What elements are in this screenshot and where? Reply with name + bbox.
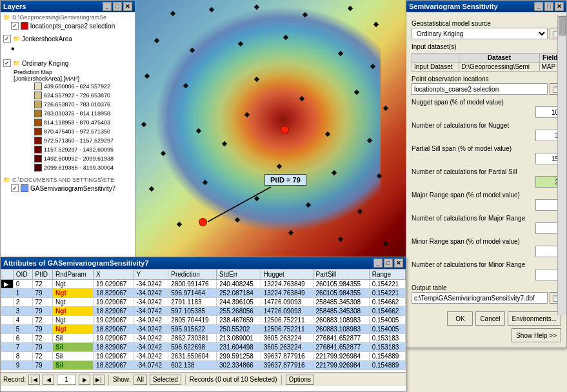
point-obs-input[interactable] xyxy=(412,83,548,95)
legend-3: 726.653870 - 783.010376 xyxy=(34,100,132,109)
table-cell: 3605.263224 xyxy=(261,334,313,343)
attr-col-oid[interactable]: OID xyxy=(13,270,32,280)
sv-maximize-button[interactable]: □ xyxy=(544,2,553,11)
nav-first-button[interactable]: |◀ xyxy=(28,375,40,385)
table-cell: 0.154005 xyxy=(369,316,405,325)
nav-last-button[interactable]: ▶| xyxy=(93,375,104,385)
row-indicator xyxy=(1,325,14,334)
attr-col-ptid[interactable]: PtID xyxy=(32,270,53,280)
legend-color-8 xyxy=(34,146,42,153)
layer-folder-1[interactable]: 📁 D:\Geoprocessing\SemivariogramSe xyxy=(3,14,132,21)
row-indicator xyxy=(1,343,14,352)
sv-minimize-button[interactable]: _ xyxy=(534,2,543,11)
point-obs-label: Point observation locations xyxy=(412,75,561,83)
attr-window-buttons: _ □ ✕ xyxy=(373,259,403,268)
layers-minimize-button[interactable]: _ xyxy=(103,2,112,11)
table-row[interactable]: 979Sil18.829067-34.0742602.138302.334866… xyxy=(1,361,406,370)
table-row[interactable]: 579Ngt18.829067-34.0242595.915622250.552… xyxy=(1,325,406,334)
sv-scrollbar-thumb[interactable] xyxy=(559,16,566,35)
table-cell: 3605.263224 xyxy=(261,343,313,352)
table-row[interactable]: 672Sil19.029067-34.02422862.730381213.08… xyxy=(1,334,406,343)
table-cell: 0.154221 xyxy=(369,289,405,298)
table-row[interactable]: 472Ngt19.029067-34.02422805.704419238.46… xyxy=(1,316,406,325)
legend-color-2 xyxy=(34,92,42,99)
layer-gasemivariogram[interactable]: GASemivariogramSensitivity7 xyxy=(11,184,132,193)
table-cell: 276841.652877 xyxy=(313,343,369,352)
table-cell: Sil xyxy=(53,352,94,361)
layer-checkbox-4[interactable] xyxy=(11,184,19,192)
legend-label-4: 783.010376 - 814.118958 xyxy=(44,110,110,117)
layers-close-button[interactable]: ✕ xyxy=(123,2,132,11)
nav-prev-button[interactable]: ◀ xyxy=(43,375,54,385)
table-cell: 19.029067 xyxy=(94,298,134,307)
layer-checkbox-2[interactable] xyxy=(3,35,11,43)
nav-next-button[interactable]: ▶ xyxy=(79,375,90,385)
input-row-1: Input Dataset D:\Geoprocessing\Semi MAP xyxy=(412,63,561,72)
table-row[interactable]: 779Sil18.829067-34.0242596.622698231.604… xyxy=(1,343,406,352)
layers-maximize-button[interactable]: □ xyxy=(113,2,122,11)
legend-label-7: 972.571350 - 1157.529297 xyxy=(44,137,114,144)
show-selected-button[interactable]: Selected xyxy=(150,375,181,385)
ok-button[interactable]: OK xyxy=(447,311,473,326)
attr-maximize-button[interactable]: □ xyxy=(384,259,393,268)
table-cell: 0.153183 xyxy=(369,343,405,352)
environments-button[interactable]: Environments... xyxy=(508,311,561,326)
attr-col-prediction[interactable]: Prediction xyxy=(168,270,217,280)
cancel-button[interactable]: Cancel xyxy=(475,311,504,326)
row-indicator xyxy=(1,289,14,298)
attr-minimize-button[interactable]: _ xyxy=(373,259,383,268)
legend-5: 814.118958 - 870.475403 xyxy=(34,118,132,127)
table-cell: 18.829067 xyxy=(94,343,134,352)
table-cell: 79 xyxy=(32,343,53,352)
layers-titlebar: Layers _ □ ✕ xyxy=(1,1,135,12)
attr-col-y[interactable]: Y xyxy=(134,270,168,280)
layer-checkbox-1[interactable] xyxy=(11,22,19,30)
attr-col-rndparam[interactable]: RndParam xyxy=(53,270,94,280)
table-cell: 596.971464 xyxy=(168,289,217,298)
table-cell: 4 xyxy=(13,316,32,325)
nugget-span-row xyxy=(412,106,561,118)
legend-label-8: 1157.529297 - 1492.60095 xyxy=(44,146,114,153)
layer-docs[interactable]: 📁 C:\DOCUMENTS AND SETTINGS\STE xyxy=(3,176,132,184)
table-cell: 5 xyxy=(13,325,32,334)
legend-6: 870.475403 - 972.571350 xyxy=(34,127,132,136)
table-row[interactable]: 272Ngt19.029067-34.02422791.1183244.3961… xyxy=(1,298,406,307)
attr-col-x[interactable]: X xyxy=(94,270,134,280)
table-row[interactable]: 179Ngt18.829067-34.0242596.971464252.087… xyxy=(1,289,406,298)
table-cell: 213.089001 xyxy=(217,334,261,343)
attr-col-partsill[interactable]: PartSill xyxy=(313,270,369,280)
legend-color-1 xyxy=(34,83,42,90)
table-row[interactable]: ▶072Ngt19.029067-34.02422800.991476240.4… xyxy=(1,280,406,289)
table-cell: 221799.926984 xyxy=(313,361,369,370)
geostat-model-select[interactable]: Ordinary Kriging xyxy=(412,28,548,39)
sv-scrollbar[interactable] xyxy=(557,15,566,315)
table-row[interactable]: 872Sil19.029067-34.02422631.650604299.59… xyxy=(1,352,406,361)
table-cell: 12506.752211 xyxy=(261,325,313,334)
record-input[interactable] xyxy=(57,375,76,385)
table-cell: 596.622698 xyxy=(168,343,217,352)
layer-checkbox-3[interactable] xyxy=(3,59,11,67)
table-cell: 299.591258 xyxy=(217,352,261,361)
legend-label-10: 2099.619385 - 3199.30004 xyxy=(44,164,114,171)
sv-close-button[interactable]: ✕ xyxy=(555,2,564,11)
options-button[interactable]: Options xyxy=(286,375,314,385)
major-range-calc-row xyxy=(412,222,561,234)
legend-7: 972.571350 - 1157.529297 xyxy=(34,136,132,145)
attr-col-stderr[interactable]: StdErr xyxy=(217,270,261,280)
layer-jonkershoek[interactable]: 📁 JonkershoekArea xyxy=(3,34,132,43)
table-cell: 2791.1183 xyxy=(168,298,217,307)
input-cell-label: Input Dataset xyxy=(412,63,459,72)
layer-selection[interactable]: locationpts_coarse2 selection xyxy=(11,21,132,30)
layer-kriging[interactable]: 📁 Ordinary Kriging xyxy=(3,59,132,68)
layer-color-1 xyxy=(21,22,28,30)
status-sep-1 xyxy=(108,375,109,385)
attr-close-button[interactable]: ✕ xyxy=(394,259,403,268)
show-all-button[interactable]: All xyxy=(134,375,147,385)
attr-col-hugget[interactable]: Hugget xyxy=(261,270,313,280)
show-help-button[interactable]: Show Help >> xyxy=(512,328,561,342)
layer-label-1: locationpts_coarse2 selection xyxy=(30,23,115,30)
table-row[interactable]: 379Ngt18.829067-34.0742597.105385255.268… xyxy=(1,307,406,316)
attr-col-range[interactable]: Range xyxy=(369,270,405,280)
table-cell: 244.396105 xyxy=(217,298,261,307)
output-table-input[interactable] xyxy=(412,292,548,304)
